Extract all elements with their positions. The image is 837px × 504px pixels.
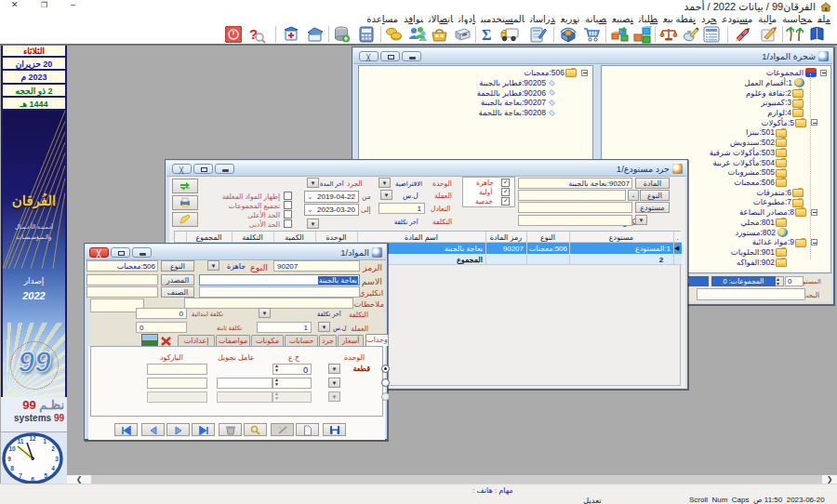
svg-text:6: 6 bbox=[31, 476, 34, 483]
svg-text:1: 1 bbox=[43, 438, 46, 444]
svg-text:11: 11 bbox=[18, 438, 24, 444]
svg-text:8: 8 bbox=[10, 465, 14, 471]
svg-text:7: 7 bbox=[19, 472, 22, 479]
svg-text:3: 3 bbox=[55, 456, 59, 462]
svg-text:9: 9 bbox=[7, 456, 11, 462]
svg-text:2: 2 bbox=[51, 445, 55, 452]
svg-text:5: 5 bbox=[44, 472, 47, 479]
svg-text:4: 4 bbox=[51, 465, 55, 471]
svg-text:Σ: Σ bbox=[482, 27, 491, 42]
svg-text:12: 12 bbox=[29, 435, 36, 442]
svg-text:10: 10 bbox=[8, 445, 16, 452]
